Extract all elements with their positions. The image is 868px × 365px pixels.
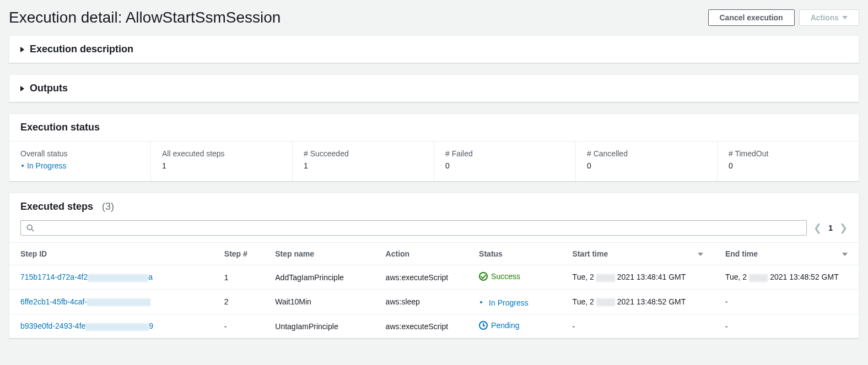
- overall-status-cell: Overall status In Progress: [9, 141, 150, 181]
- timedout-value: 0: [729, 161, 848, 170]
- step-id-prefix: b939e0fd-2493-4fe: [20, 322, 85, 330]
- step-id-link[interactable]: 715b1714-d72a-4f2a: [20, 273, 153, 281]
- step-id-suffix: 9: [149, 322, 153, 330]
- succeeded-label: # Succeeded: [304, 149, 423, 158]
- chevron-down-icon: [842, 16, 848, 19]
- step-action: aws:sleep: [375, 290, 468, 314]
- in-progress-icon: [21, 165, 24, 167]
- col-action[interactable]: Action: [375, 243, 468, 265]
- start-time: -: [562, 314, 714, 339]
- caret-right-icon: [20, 47, 24, 52]
- col-start-time[interactable]: Start time: [562, 243, 714, 265]
- table-row: 715b1714-d72a-4f2a 1 AddTagIamPrinciple …: [9, 265, 859, 290]
- cancel-execution-button[interactable]: Cancel execution: [708, 9, 795, 26]
- header-actions: Cancel execution Actions: [708, 9, 860, 26]
- redacted-segment: [596, 298, 615, 306]
- status-text: Pending: [491, 321, 519, 330]
- table-header-row: Step ID Step # Step name Action Status S…: [9, 243, 859, 265]
- page-prev-button[interactable]: ❮: [813, 222, 822, 234]
- page-header: Execution detail: AllowStartSsmSession C…: [9, 0, 859, 35]
- step-name: AddTagIamPrinciple: [264, 265, 374, 290]
- step-id-prefix: 715b1714-d72a-4f2: [20, 273, 88, 281]
- cancelled-cell: # Cancelled 0: [575, 141, 717, 181]
- step-action: aws:executeScript: [375, 314, 468, 339]
- date-part-a: Tue, 2: [573, 273, 594, 281]
- step-id-prefix: 6ffe2cb1-45fb-4caf-: [20, 297, 87, 306]
- table-row: 6ffe2cb1-45fb-4caf- 2 Wait10Min aws:slee…: [9, 290, 859, 314]
- actions-dropdown-button[interactable]: Actions: [799, 9, 859, 26]
- cancelled-value: 0: [587, 161, 706, 170]
- col-status[interactable]: Status: [468, 243, 562, 265]
- execution-description-panel: Execution description: [9, 35, 859, 63]
- status-text: Success: [491, 272, 520, 281]
- timedout-cell: # TimedOut 0: [717, 141, 859, 181]
- page-number: 1: [828, 224, 833, 232]
- status-in-progress: In Progress: [479, 298, 529, 307]
- pending-clock-icon: [479, 321, 488, 330]
- status-grid: Overall status In Progress All executed …: [9, 141, 859, 181]
- date-part-b: 2021 13:48:52 GMT: [770, 273, 839, 281]
- overall-status-label: Overall status: [20, 149, 139, 158]
- pagination: ❮ 1 ❯: [813, 222, 848, 234]
- page-next-button[interactable]: ❯: [839, 222, 848, 234]
- search-icon: [26, 224, 34, 232]
- succeeded-cell: # Succeeded 1: [292, 141, 434, 181]
- actions-label: Actions: [811, 13, 839, 22]
- failed-cell: # Failed 0: [434, 141, 575, 181]
- step-id-link[interactable]: 6ffe2cb1-45fb-4caf-: [20, 297, 150, 306]
- sort-caret-icon: [842, 253, 848, 256]
- svg-line-1: [31, 229, 34, 231]
- executed-label: All executed steps: [162, 149, 281, 158]
- date-part-a: Tue, 2: [573, 297, 594, 306]
- date-part-b: 2021 13:48:52 GMT: [617, 297, 686, 306]
- col-end-time[interactable]: End time: [714, 243, 859, 265]
- outputs-panel: Outputs: [9, 74, 859, 102]
- executed-steps-cell: All executed steps 1: [150, 141, 292, 181]
- end-time: -: [714, 290, 859, 314]
- caret-right-icon: [20, 86, 24, 91]
- execution-status-panel: Execution status Overall status In Progr…: [9, 113, 859, 182]
- col-step-name[interactable]: Step name: [264, 243, 374, 265]
- timedout-label: # TimedOut: [729, 149, 848, 158]
- status-text: In Progress: [489, 298, 529, 307]
- status-pending: Pending: [479, 321, 519, 330]
- executed-steps-panel: Executed steps (3) ❮ 1 ❯ Step ID Step # …: [9, 193, 859, 339]
- steps-table: Step ID Step # Step name Action Status S…: [9, 242, 859, 338]
- step-num: -: [213, 314, 264, 339]
- status-success: Success: [479, 272, 520, 281]
- overall-status-value: In Progress: [20, 161, 139, 170]
- executed-steps-title: Executed steps: [20, 201, 93, 213]
- step-id-suffix: a: [148, 273, 153, 281]
- col-end-label: End time: [725, 249, 758, 258]
- step-action: aws:executeScript: [375, 265, 468, 290]
- end-time: -: [714, 314, 859, 339]
- svg-point-0: [27, 225, 32, 230]
- step-num: 1: [213, 265, 264, 290]
- step-name: Wait10Min: [264, 290, 374, 314]
- in-progress-icon: [480, 301, 482, 303]
- redacted-segment: [596, 274, 615, 282]
- overall-status-text: In Progress: [27, 161, 67, 170]
- redacted-segment: [85, 323, 149, 331]
- end-time: Tue, 22021 13:48:52 GMT: [714, 265, 859, 290]
- outputs-toggle[interactable]: Outputs: [9, 75, 859, 102]
- executed-steps-header: Executed steps (3): [9, 193, 859, 220]
- cancelled-label: # Cancelled: [587, 149, 706, 158]
- col-step-num[interactable]: Step #: [213, 243, 264, 265]
- redacted-segment: [87, 298, 150, 306]
- col-step-id[interactable]: Step ID: [9, 243, 213, 265]
- failed-label: # Failed: [445, 149, 564, 158]
- page-title: Execution detail: AllowStartSsmSession: [9, 9, 281, 26]
- col-start-label: Start time: [573, 249, 608, 258]
- executed-value: 1: [162, 161, 281, 170]
- panel-title: Outputs: [30, 83, 68, 94]
- step-num: 2: [213, 290, 264, 314]
- search-input[interactable]: [20, 220, 807, 236]
- success-check-icon: [479, 272, 488, 281]
- start-time: Tue, 22021 13:48:41 GMT: [562, 265, 714, 290]
- execution-description-toggle[interactable]: Execution description: [9, 36, 859, 63]
- executed-steps-count: (3): [102, 201, 114, 213]
- step-name: UntagIamPrinciple: [264, 314, 374, 339]
- step-id-link[interactable]: b939e0fd-2493-4fe9: [20, 322, 153, 330]
- succeeded-value: 1: [304, 161, 423, 170]
